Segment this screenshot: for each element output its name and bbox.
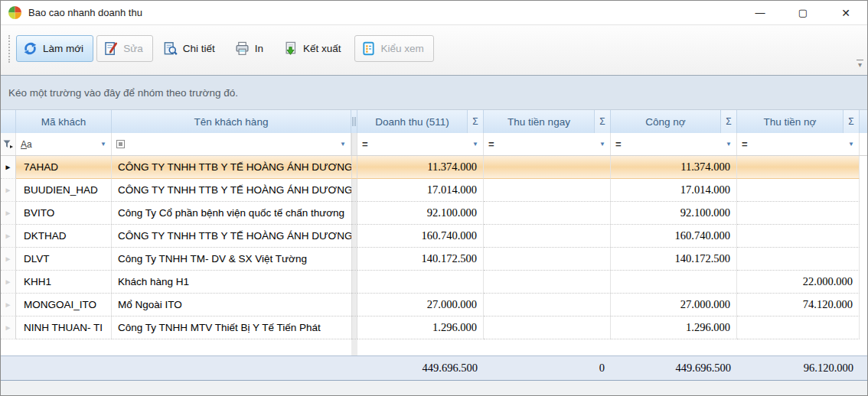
- cell-code[interactable]: KHH1: [16, 271, 112, 294]
- cell-debt-paid[interactable]: [737, 316, 860, 339]
- edit-button[interactable]: Sửa: [96, 35, 153, 62]
- cell-name[interactable]: Mổ Ngoài ITO: [112, 294, 351, 316]
- table-row[interactable]: ► BVITO Công Ty Cổ phần bệnh viện quốc t…: [1, 202, 867, 225]
- sum-icon[interactable]: Σ: [720, 110, 736, 133]
- table-row[interactable]: ► BUUDIEN_HAD CÔNG TY TNHH TTB Y TẾ HOÀN…: [1, 179, 867, 202]
- cell-debt[interactable]: 27.000.000: [611, 294, 737, 316]
- cell-debt-paid[interactable]: 74.120.000: [737, 294, 860, 316]
- cell-code[interactable]: DLVT: [16, 248, 112, 271]
- row-indicator-icon: ►: [5, 323, 12, 332]
- print-button[interactable]: In: [228, 35, 273, 62]
- table-row[interactable]: ► NINH THUAN- TI Công Ty TNHH MTV Thiết …: [1, 316, 867, 339]
- cell-cash[interactable]: [484, 202, 611, 225]
- chevron-down-icon[interactable]: ▼: [100, 141, 106, 148]
- column-header-debt-paid[interactable]: Thu tiền nợ Σ: [737, 110, 860, 133]
- chevron-down-icon[interactable]: ▼: [726, 141, 732, 148]
- filter-cash-cell[interactable]: = ▼: [484, 133, 611, 155]
- export-button-label: Kết xuất: [303, 43, 341, 54]
- cell-cash[interactable]: [484, 316, 611, 339]
- table-row[interactable]: ► DLVT Công Ty TNHH TM- DV & SX Việt Tườ…: [1, 248, 867, 271]
- toolbar-grip[interactable]: [8, 35, 11, 63]
- export-button[interactable]: Kết xuất: [276, 35, 351, 62]
- sum-icon[interactable]: Σ: [467, 110, 483, 133]
- cell-debt-paid[interactable]: [737, 202, 860, 225]
- cell-code[interactable]: BVITO: [16, 202, 112, 225]
- cell-debt-paid[interactable]: [737, 248, 860, 271]
- column-header-code[interactable]: Mã khách: [16, 110, 112, 133]
- filter-debt-paid-cell[interactable]: = ▼: [737, 133, 860, 155]
- cell-code[interactable]: 7AHAD: [16, 156, 112, 179]
- toolbar-overflow-button[interactable]: ▾: [857, 60, 863, 69]
- cell-debt[interactable]: [611, 271, 737, 294]
- column-header-cash[interactable]: Thu tiền ngay Σ: [484, 110, 611, 133]
- table-row[interactable]: ► MONGOAI_ITO Mổ Ngoài ITO 27.000.000 27…: [1, 294, 867, 316]
- chevron-down-icon[interactable]: ▼: [599, 141, 605, 148]
- detail-button-label: Chi tiết: [183, 43, 215, 54]
- cell-name[interactable]: Công Ty Cổ phần bệnh viện quốc tế chấn t…: [112, 202, 351, 225]
- close-button[interactable]: ✕: [824, 1, 867, 24]
- cell-cash[interactable]: [484, 156, 611, 179]
- chevron-down-icon[interactable]: ▼: [848, 141, 854, 148]
- fixed-column-splitter[interactable]: [351, 110, 357, 133]
- chevron-down-icon[interactable]: ▼: [472, 141, 478, 148]
- column-header-debt[interactable]: Công nợ Σ: [611, 110, 737, 133]
- cell-debt[interactable]: 160.740.000: [611, 225, 737, 248]
- cell-code[interactable]: NINH THUAN- TI: [16, 316, 112, 339]
- cell-debt-paid[interactable]: [737, 225, 860, 248]
- table-row[interactable]: ► KHH1 Khách hàng H1 22.000.000: [1, 271, 867, 294]
- print-button-label: In: [255, 43, 263, 54]
- cell-cash[interactable]: [484, 271, 611, 294]
- cell-revenue[interactable]: 17.014.000: [357, 179, 484, 202]
- cell-debt[interactable]: 11.374.000: [611, 156, 737, 179]
- refresh-button[interactable]: Làm mới: [16, 35, 93, 62]
- row-gutter: [860, 271, 867, 294]
- cell-debt[interactable]: 92.100.000: [611, 202, 737, 225]
- cell-revenue[interactable]: 140.172.500: [357, 248, 484, 271]
- cell-revenue[interactable]: [357, 271, 484, 294]
- group-by-panel[interactable]: Kéo một trường vào đây để nhóm theo trườ…: [1, 75, 867, 110]
- cell-cash[interactable]: [484, 179, 611, 202]
- cell-code[interactable]: BUUDIEN_HAD: [16, 179, 112, 202]
- cell-debt[interactable]: 140.172.500: [611, 248, 737, 271]
- cell-cash[interactable]: [484, 248, 611, 271]
- column-header-revenue[interactable]: Doanh thu (511) Σ: [357, 110, 484, 133]
- cell-revenue[interactable]: 1.296.000: [357, 316, 484, 339]
- filter-code-cell[interactable]: Aa ▼: [16, 133, 112, 155]
- chevron-down-icon[interactable]: ▼: [340, 141, 346, 148]
- fixed-column-splitter: [351, 156, 357, 179]
- filter-name-cell[interactable]: ▼: [112, 133, 351, 155]
- sum-icon[interactable]: Σ: [594, 110, 610, 133]
- sum-icon[interactable]: Σ: [843, 110, 859, 133]
- cell-name[interactable]: Công Ty TNHH MTV Thiết Bị Y Tế Tiến Phát: [112, 316, 351, 339]
- cell-revenue[interactable]: 160.740.000: [357, 225, 484, 248]
- box-filter-icon: [116, 140, 125, 148]
- cell-cash[interactable]: [484, 294, 611, 316]
- filter-debt-cell[interactable]: = ▼: [611, 133, 737, 155]
- cell-name[interactable]: CÔNG TY TNHH TTB Y TẾ HOÀNG ÁNH DƯƠNG: [112, 225, 351, 248]
- text-filter-icon: Aa: [21, 139, 32, 150]
- cell-cash[interactable]: [484, 225, 611, 248]
- cell-debt[interactable]: 17.014.000: [611, 179, 737, 202]
- detail-button[interactable]: Chi tiết: [156, 35, 225, 62]
- cell-code[interactable]: DKTHAD: [16, 225, 112, 248]
- filter-revenue-cell[interactable]: = ▼: [357, 133, 484, 155]
- minimize-button[interactable]: —: [739, 1, 782, 24]
- cell-debt-paid[interactable]: [737, 156, 860, 179]
- cell-debt[interactable]: 1.296.000: [611, 316, 737, 339]
- cell-revenue[interactable]: 27.000.000: [357, 294, 484, 316]
- column-header-name[interactable]: Tên khách hàng: [112, 110, 351, 133]
- cell-name[interactable]: Khách hàng H1: [112, 271, 351, 294]
- maximize-button[interactable]: ▢: [782, 1, 824, 24]
- cell-name[interactable]: Công Ty TNHH TM- DV & SX Việt Tường: [112, 248, 351, 271]
- row-gutter: [860, 202, 867, 225]
- table-row[interactable]: ► 7AHAD CÔNG TY TNHH TTB Y TẾ HOÀNG ÁNH …: [1, 156, 867, 179]
- cell-name[interactable]: CÔNG TY TNHH TTB Y TẾ HOÀNG ÁNH DƯƠNG: [112, 179, 351, 202]
- cell-debt-paid[interactable]: 22.000.000: [737, 271, 860, 294]
- cell-revenue[interactable]: 92.100.000: [357, 202, 484, 225]
- cell-code[interactable]: MONGOAI_ITO: [16, 294, 112, 316]
- cell-name[interactable]: CÔNG TY TNHH TTB Y TẾ HOÀNG ÁNH DƯƠNG: [112, 156, 351, 179]
- view-type-button[interactable]: Kiểu xem: [354, 35, 434, 62]
- cell-debt-paid[interactable]: [737, 179, 860, 202]
- cell-revenue[interactable]: 11.374.000: [357, 156, 484, 179]
- table-row[interactable]: ► DKTHAD CÔNG TY TNHH TTB Y TẾ HOÀNG ÁNH…: [1, 225, 867, 248]
